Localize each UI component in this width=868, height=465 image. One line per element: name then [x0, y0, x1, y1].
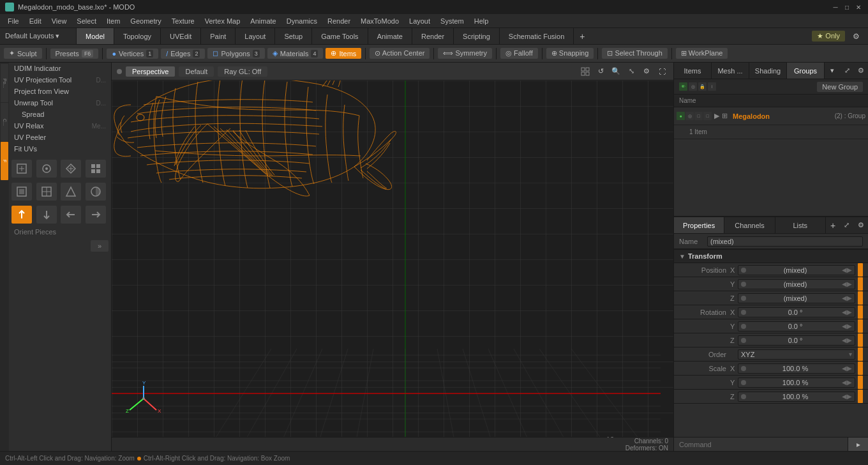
vp-tab-perspective[interactable]: Perspective — [126, 66, 175, 77]
tool-spread[interactable]: Spread — [9, 109, 111, 120]
rotation-x-value[interactable]: 0.0 ° ◀▶ — [738, 307, 855, 317]
add-layout-tab-button[interactable]: + — [574, 28, 590, 44]
rotation-y-value[interactable]: 0.0 ° ◀▶ — [738, 321, 855, 332]
rotation-y-arrow[interactable]: ◀▶ — [842, 323, 852, 330]
tool-icon-34[interactable] — [86, 206, 106, 224]
menu-select[interactable]: Select — [71, 16, 101, 26]
tab-uvedit[interactable]: UVEdit — [161, 28, 201, 44]
tool-icon-32[interactable] — [36, 206, 57, 224]
snapping-button[interactable]: ⊕ Snapping — [546, 48, 594, 59]
presets-button[interactable]: Presets F6 — [50, 49, 99, 59]
tool-icon-21[interactable] — [11, 183, 32, 201]
tool-icon-14[interactable] — [86, 160, 106, 178]
scene-tab-shading[interactable]: Shading — [749, 63, 787, 79]
strip-btn-2[interactable]: C... — [1, 103, 8, 141]
position-y-value[interactable]: (mixed) ◀▶ — [738, 279, 855, 289]
props-name-input[interactable]: (mixed) — [707, 236, 863, 247]
scale-z-value[interactable]: 100.0 % ◀▶ — [738, 392, 855, 402]
vis-icon-info[interactable]: i — [708, 82, 716, 91]
scale-y-arrow[interactable]: ◀▶ — [842, 379, 852, 386]
items-button[interactable]: ⊕ Items — [326, 48, 361, 59]
vp-icon-refresh[interactable]: ↺ — [594, 65, 607, 78]
tab-gametools[interactable]: Game Tools — [312, 28, 368, 44]
maximize-button[interactable]: □ — [842, 3, 851, 11]
tab-layout[interactable]: Layout — [236, 28, 275, 44]
props-tab-channels[interactable]: Channels — [724, 217, 775, 233]
props-tab-properties[interactable]: Properties — [674, 217, 724, 233]
rotation-z-arrow[interactable]: ◀▶ — [842, 337, 852, 344]
item-render-icon[interactable]: ◎ — [685, 112, 694, 120]
expand-button[interactable]: » — [91, 240, 108, 252]
position-z-value[interactable]: (mixed) ◀▶ — [738, 293, 855, 303]
vp-tab-raygl[interactable]: Ray GL: Off — [218, 66, 267, 77]
vp-icon-expand[interactable]: ⤡ — [625, 65, 638, 78]
action-center-button[interactable]: ⊙ Action Center — [370, 48, 430, 59]
tool-icon-12[interactable] — [36, 160, 57, 178]
menu-view[interactable]: View — [47, 16, 72, 26]
vertices-button[interactable]: ● Vertices 1 — [107, 49, 158, 59]
position-x-value[interactable]: (mixed) ◀▶ — [738, 265, 855, 275]
menu-edit[interactable]: Edit — [24, 16, 47, 26]
props-section-transform-header[interactable]: ▼ Transform — [674, 249, 868, 263]
scene-item-megalodon[interactable]: ● ◎ □ □ ▶ ⊞ Megalodon (2) : Group — [674, 107, 868, 125]
scene-tab-mesh[interactable]: Mesh ... — [712, 63, 749, 79]
props-tab-lists[interactable]: Lists — [775, 217, 826, 233]
menu-render[interactable]: Render — [322, 16, 355, 26]
tool-icon-13[interactable] — [61, 160, 81, 178]
tool-icon-22[interactable] — [36, 183, 57, 201]
tool-fit-uvs[interactable]: Fit UVs — [9, 143, 111, 155]
rotation-x-arrow[interactable]: ◀▶ — [842, 309, 852, 316]
menu-animate[interactable]: Animate — [245, 16, 281, 26]
strip-btn-3[interactable]: F — [1, 142, 8, 180]
scale-y-value[interactable]: 100.0 % ◀▶ — [738, 377, 855, 388]
default-layouts-button[interactable]: Default Layouts ▾ — [0, 28, 77, 44]
menu-item[interactable]: Item — [101, 16, 125, 26]
vp-icon-settings[interactable]: ⚙ — [640, 65, 653, 78]
menu-help[interactable]: Help — [469, 16, 494, 26]
tool-unwrap[interactable]: Unwrap Tool D... — [9, 97, 111, 109]
menu-texture[interactable]: Texture — [167, 16, 200, 26]
menu-system[interactable]: System — [435, 16, 469, 26]
tab-model[interactable]: Model — [77, 28, 114, 44]
item-lock-icon[interactable]: □ — [694, 112, 703, 120]
tool-udim-indicator[interactable]: UDIM Indicator — [9, 63, 111, 74]
props-expand-button[interactable]: ⤢ — [840, 217, 854, 233]
tool-icon-23[interactable] — [61, 183, 81, 201]
scene-expand-button[interactable]: ⤢ — [840, 63, 854, 79]
tab-animate[interactable]: Animate — [368, 28, 412, 44]
menu-vertexmap[interactable]: Vertex Map — [200, 16, 246, 26]
close-button[interactable]: ✕ — [854, 3, 863, 11]
scale-x-arrow[interactable]: ◀▶ — [842, 365, 852, 372]
vis-icon-eye[interactable]: 👁 — [679, 82, 687, 91]
new-group-button[interactable]: New Group — [817, 82, 863, 92]
tab-scripting[interactable]: Scripting — [454, 28, 500, 44]
tool-icon-31[interactable] — [11, 206, 32, 224]
scene-tab-groups[interactable]: Groups — [787, 63, 825, 79]
scale-x-value[interactable]: 100.0 % ◀▶ — [738, 363, 855, 374]
menu-file[interactable]: File — [3, 16, 24, 26]
rotation-z-value[interactable]: 0.0 ° ◀▶ — [738, 335, 855, 346]
position-z-arrow[interactable]: ◀▶ — [842, 294, 852, 301]
command-input[interactable] — [674, 438, 848, 451]
sculpt-button[interactable]: ✦ Sculpt — [4, 48, 42, 59]
tool-uv-peeler[interactable]: UV Peeler — [9, 132, 111, 143]
menu-maxtomodo[interactable]: MaxToModo — [355, 16, 404, 26]
position-x-arrow[interactable]: ◀▶ — [842, 266, 852, 273]
symmetry-button[interactable]: ⟺ Symmetry — [438, 48, 492, 59]
scene-tab-items[interactable]: Items — [674, 63, 712, 79]
tab-schematic[interactable]: Schematic Fusion — [500, 28, 574, 44]
tab-topology[interactable]: Topology — [114, 28, 161, 44]
item-anim-icon[interactable]: □ — [703, 112, 712, 120]
edges-button[interactable]: / Edges 2 — [161, 49, 205, 59]
vis-icon-render[interactable]: ◎ — [689, 82, 697, 91]
minimize-button[interactable]: ─ — [831, 3, 840, 11]
command-execute-button[interactable]: ▸ — [848, 438, 868, 451]
vp-icon-search[interactable]: 🔍 — [610, 65, 622, 78]
scene-settings-button[interactable]: ⚙ — [854, 63, 868, 79]
tool-icon-24[interactable] — [86, 183, 106, 201]
scale-z-arrow[interactable]: ◀▶ — [842, 393, 852, 400]
layout-settings-button[interactable]: ⚙ — [849, 29, 863, 43]
menu-layout[interactable]: Layout — [404, 16, 435, 26]
tool-icon-11[interactable] — [11, 160, 32, 178]
order-dropdown-arrow[interactable]: ▾ — [849, 351, 852, 358]
